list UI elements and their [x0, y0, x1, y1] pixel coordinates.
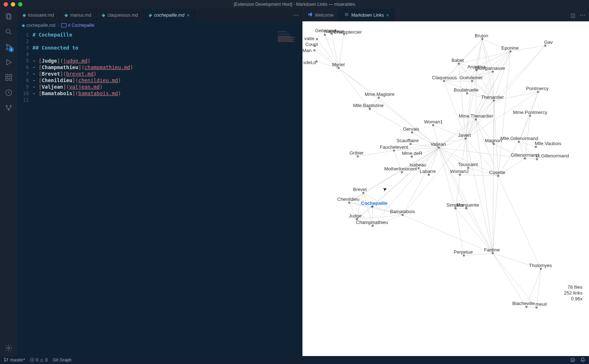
graph-node-labarre[interactable]: Labarre	[420, 169, 436, 174]
graph-node-lt-gillenormand[interactable]: Lt.Gillenormand	[536, 153, 569, 158]
graph-node-woman1[interactable]: Woman1	[424, 119, 443, 124]
extensions-icon[interactable]	[4, 73, 13, 82]
close-icon[interactable]: ×	[386, 12, 389, 18]
status-feedback-icon[interactable]	[570, 357, 575, 363]
code-line[interactable]	[33, 38, 133, 45]
code-line[interactable]	[33, 51, 133, 58]
graph-node-mme-magloire[interactable]: Mme.Magloire	[365, 92, 394, 97]
tab-label: toussaint.md	[28, 13, 54, 18]
code-line[interactable]: # Cochepaille	[33, 31, 133, 38]
graph-node-gillenormand[interactable]: Gillenormand	[511, 152, 539, 158]
status-problems[interactable]: ⓧ 0 ⚠ 0	[30, 357, 47, 363]
editor-more-icon[interactable]: ⋯	[293, 12, 299, 18]
graph-node-boulatruelle[interactable]: Boulatruelle	[454, 87, 479, 93]
graph-node-myriel[interactable]: Myriel	[332, 62, 345, 67]
tab-claquesous[interactable]: ◆claquesous.md	[97, 9, 143, 21]
graph-node-blacheville[interactable]: Blacheville	[512, 301, 535, 306]
code-line[interactable]	[33, 97, 133, 103]
tab-label: Welcome	[315, 13, 334, 18]
graph-node-perpetue[interactable]: Perpetue	[454, 249, 473, 255]
graph-node-champmathieu[interactable]: Champmathieu	[356, 220, 388, 225]
minimap[interactable]	[278, 31, 300, 42]
run-debug-icon[interactable]	[4, 58, 13, 67]
graph-node-brujon[interactable]: Brujon	[475, 33, 488, 38]
search-icon[interactable]	[4, 27, 13, 36]
status-git-graph[interactable]: Git Graph	[53, 357, 72, 363]
graph-node-gribier[interactable]: Gribier	[349, 150, 364, 156]
graph-node-chenildieu[interactable]: Chenildieu	[337, 196, 359, 202]
graph-node-toussaint[interactable]: Toussaint	[458, 162, 478, 167]
git-branches-icon[interactable]	[4, 103, 13, 112]
tab-toussaint[interactable]: ◆toussaint.md	[17, 9, 59, 21]
graph-node-mme-thenardier[interactable]: Mme.Thenardier	[459, 113, 493, 119]
code-editor[interactable]: 1234567891011 # Cochepaille## Connected …	[17, 29, 302, 356]
code-line[interactable]: - [Champmathieu](champmathieu.md)	[33, 64, 133, 71]
graph-node-montparnasse[interactable]: Montparnasse	[475, 65, 505, 71]
graph-node-mlle-gillenormand[interactable]: Mlle.Gillenormand	[500, 136, 538, 141]
split-editor-icon[interactable]: ◫	[571, 12, 575, 18]
graph-node-javert[interactable]: Javert	[458, 132, 471, 138]
settings-gear-icon[interactable]	[4, 344, 13, 352]
graph-node-fauchelevent[interactable]: Fauchelevent	[380, 144, 408, 150]
code-line[interactable]: - [Judge](judge.md)	[33, 58, 133, 64]
code-line[interactable]: - [Chenildieu](chenildieu.md)	[33, 77, 133, 84]
svg-marker-7	[7, 60, 12, 65]
graph-node-cosette[interactable]: Cosette	[489, 170, 505, 175]
tab-cochepaille[interactable]: ◆cochepaille.md×	[143, 9, 195, 21]
window-minimize-button[interactable]	[11, 2, 15, 7]
graph-node-eponine[interactable]: Eponine	[501, 45, 519, 51]
graph-node-magnon[interactable]: Magnon	[485, 138, 502, 143]
graph-node-fantine[interactable]: Fantine	[484, 247, 500, 253]
close-icon[interactable]: ×	[187, 12, 190, 18]
graph-node-champtercier[interactable]: Champtercier	[334, 29, 362, 35]
graph-node-judge[interactable]: Judge	[349, 213, 361, 219]
graph-node-gervais[interactable]: Gervais	[403, 126, 419, 132]
source-control-icon[interactable]: 1	[4, 43, 13, 51]
graph-node-sdelo[interactable]: sdeLo	[303, 60, 316, 65]
status-branch[interactable]: master*	[4, 357, 25, 363]
tab-welcome[interactable]: Welcome	[302, 9, 339, 21]
graph-node-man[interactable]: Man	[302, 48, 312, 53]
graph-node-babet[interactable]: Babet	[452, 58, 464, 63]
tab-marius[interactable]: ◆marius.md	[59, 9, 97, 21]
graph-node-vatte[interactable]: vatte	[304, 36, 314, 41]
graph-node-bamatabois[interactable]: Bamatabois	[390, 209, 415, 214]
graph-node-mlle-baptistine[interactable]: Mlle.Baptistine	[353, 103, 384, 108]
code-line[interactable]: ## Connected to	[33, 45, 133, 51]
graph-node-tholomyes[interactable]: Tholomyes	[529, 263, 552, 268]
graph-node-gueulemer[interactable]: Gueulemer	[459, 75, 483, 80]
graph-node-thenardier[interactable]: Thenardier	[481, 94, 504, 100]
svg-point-13	[6, 105, 8, 107]
graph-node-valjean[interactable]: Valjean	[431, 141, 446, 147]
graph-node-count[interactable]: Count	[305, 42, 318, 47]
code-line[interactable]: - [Valjean](valjean.md)	[33, 84, 133, 90]
code-line[interactable]: - [Bamatabois](bamatabois.md)	[33, 90, 133, 97]
graph-node-mlle-vaubois[interactable]: Mlle.Vaubois	[535, 141, 561, 146]
code-line[interactable]: - [Brevet](brevet.md)	[33, 71, 133, 77]
node-dot-icon	[316, 38, 318, 40]
graph-node-scaufflaire[interactable]: Scaufflaire	[397, 138, 419, 143]
editor-more-icon[interactable]: ⋯	[580, 12, 585, 18]
graph-node-gav[interactable]: Gav	[544, 39, 553, 45]
markdown-links-graph[interactable]: 78 files 252 links 0.96x ➤ GeborandNapol…	[302, 21, 589, 356]
tab-markdown-links[interactable]: Markdown Links×	[339, 9, 395, 21]
explorer-icon[interactable]	[4, 12, 13, 21]
timeline-icon[interactable]	[4, 88, 13, 97]
svg-line-148	[493, 253, 537, 308]
status-bell-icon[interactable]	[580, 357, 585, 363]
graph-node-pontmercy[interactable]: Pontmercy	[526, 86, 548, 91]
graph-node-cochepaille[interactable]: Cochepaille	[361, 200, 387, 206]
window-maximize-button[interactable]	[18, 2, 22, 7]
graph-node-marguerite[interactable]: Marguerite	[457, 202, 479, 208]
graph-node-mme-pontmercy[interactable]: Mme.Pontmercy	[513, 110, 547, 115]
graph-node-claquesous[interactable]: Claquesous	[432, 75, 457, 80]
breadcrumbs[interactable]: ◆ cochepaille.md › ⋯ # Cochepaille	[17, 21, 302, 29]
node-dot-icon	[509, 50, 512, 52]
window-close-button[interactable]	[4, 2, 8, 7]
node-dot-icon	[362, 192, 364, 194]
graph-node-mme-der[interactable]: Mme.deR	[402, 151, 422, 156]
graph-node-woman2[interactable]: Woman2	[450, 169, 469, 174]
graph-node-brevet[interactable]: Brevet	[353, 187, 367, 192]
graph-node-meuil[interactable]: meuil	[535, 301, 547, 307]
graph-node-motherinnocent[interactable]: MotherInnocent	[384, 166, 417, 172]
